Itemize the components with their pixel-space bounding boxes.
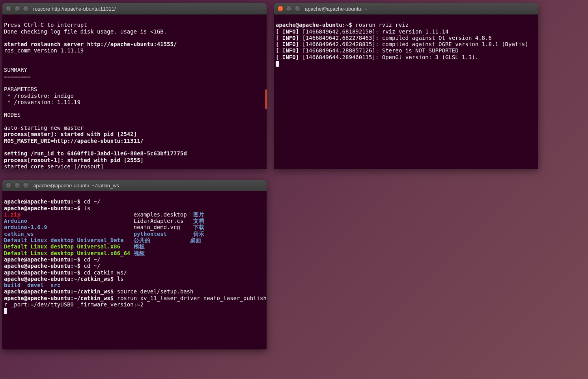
prompt: apache@apache-ubuntu:~/catkin_ws$	[4, 276, 117, 282]
command-text: rosrun rviz rviz	[355, 22, 409, 28]
output-line: ros_comm version 1.11.19	[4, 47, 84, 54]
output-line: PARAMETERS	[4, 86, 37, 92]
command-text: rosrun xv_11_laser_driver neato_laser_pu…	[117, 295, 267, 301]
prompt: apache@apache-ubuntu:~$	[4, 256, 84, 263]
window-title: apache@apache-ubuntu: ~/catkin_ws	[33, 183, 119, 189]
output-line: * /rosversion: 1.11.19	[4, 99, 80, 105]
terminal-roscore[interactable]: roscore http://apache-ubuntu:11311/ Pres…	[2, 3, 267, 169]
command-text: cd ~/	[84, 263, 100, 269]
dir: 公共的	[134, 237, 150, 243]
output-line: [1466849642.682278463]: compiled against…	[299, 35, 492, 41]
output-line: ========	[4, 73, 30, 80]
minimize-icon[interactable]	[14, 182, 21, 189]
minimize-icon[interactable]	[286, 6, 292, 12]
terminal-body[interactable]: apache@apache-ubuntu:~$ cd ~/ apache@apa…	[2, 191, 267, 321]
window-controls	[6, 182, 29, 189]
info-tag: [ INFO]	[276, 54, 299, 60]
dir: arduino-1.6.9	[4, 224, 47, 230]
prompt: apache@apache-ubuntu:~$	[4, 263, 84, 269]
maximize-icon[interactable]	[23, 6, 29, 12]
close-icon[interactable]	[6, 182, 12, 189]
prompt: apache@apache-ubuntu:~/catkin_ws$	[4, 288, 117, 295]
output-line: SUMMARY	[4, 67, 27, 73]
file: neato_demo.vcg	[134, 224, 180, 230]
window-title: apache@apache-ubuntu: ~	[305, 6, 367, 12]
terminal-body[interactable]: apache@apache-ubuntu:~$ rosrun rviz rviz…	[274, 15, 538, 74]
minimize-icon[interactable]	[14, 6, 21, 12]
command-text: source devel/setup.bash	[117, 288, 194, 295]
prompt: apache@apache-ubuntu:~$	[4, 269, 84, 276]
terminal-rviz[interactable]: apache@apache-ubuntu: ~ apache@apache-ub…	[274, 3, 538, 169]
info-tag: [ INFO]	[276, 35, 299, 41]
output-line: setting /run_id to 6460ff10-3abd-11e6-88…	[4, 150, 187, 157]
dir: 模板	[134, 243, 145, 250]
window-controls	[277, 6, 301, 12]
file: LidarAdapter.cs	[134, 218, 183, 224]
prompt: apache@apache-ubuntu:~/catkin_ws$	[4, 295, 117, 301]
output-line: process[rosout-1]: started with pid [255…	[4, 157, 144, 163]
info-tag: [ INFO]	[276, 41, 299, 47]
output-line: started core service [/rosout]	[4, 163, 104, 169]
terminal-body[interactable]: Press Ctrl-C to interrupt Done checking …	[2, 15, 267, 169]
dir: 视频	[134, 250, 145, 256]
output-line: started roslaunch server http://apache-u…	[4, 41, 177, 47]
window-controls	[6, 6, 29, 12]
exec: Default Linux desktop Universal.x86_64	[4, 250, 130, 256]
output-line: NODES	[4, 112, 21, 118]
file-archive: 1.zip	[4, 211, 21, 218]
exec: Default Linux desktop Universal.x86	[4, 243, 120, 250]
command-text: ls	[117, 276, 124, 282]
output-line: Done checking log file disk usage. Usage…	[4, 28, 167, 35]
info-tag: [ INFO]	[276, 47, 299, 54]
dir: Default Linux desktop Universal_Data	[4, 237, 123, 243]
file: examples.desktop	[134, 211, 187, 218]
close-icon[interactable]	[6, 6, 12, 12]
command-text: cd catkin_ws/	[84, 269, 127, 276]
output-line: [1466849642.681892150]: rviz version 1.1…	[299, 28, 448, 35]
output-line: [1466849644.288857126]: Stereo is NOT SU…	[299, 47, 459, 54]
window-title: roscore http://apache-ubuntu:11311/	[33, 6, 116, 12]
maximize-icon[interactable]	[295, 6, 301, 12]
dir: pythontest	[134, 231, 167, 237]
cursor-icon	[276, 61, 279, 67]
dir: build	[4, 282, 21, 288]
scrollbar[interactable]	[265, 90, 267, 109]
ls-output: 1.zip examples.desktop 图片 Arduino LidarA…	[4, 211, 204, 256]
maximize-icon[interactable]	[23, 182, 29, 189]
output-line: * /rosdistro: indigo	[4, 93, 74, 99]
titlebar[interactable]: roscore http://apache-ubuntu:11311/	[2, 3, 267, 15]
prompt: apache@apache-ubuntu:~$	[4, 198, 84, 205]
dir: catkin_ws	[4, 231, 34, 237]
prompt: apache@apache-ubuntu:~$	[4, 205, 84, 211]
dir: Arduino	[4, 218, 27, 224]
dir: 桌面	[190, 237, 201, 243]
command-text: r _port:=/dev/ttyUSB0 _firmware_version:…	[4, 301, 144, 308]
output-line: [1466849644.289460115]: OpenGl version: …	[299, 54, 478, 60]
output-line: Press Ctrl-C to interrupt	[4, 22, 87, 28]
prompt: apache@apache-ubuntu:~$	[276, 22, 355, 28]
dir: 下载	[193, 224, 204, 230]
dir: devel	[27, 282, 44, 288]
terminal-catkin[interactable]: apache@apache-ubuntu: ~/catkin_ws apache…	[2, 180, 267, 349]
info-tag: [ INFO]	[276, 28, 299, 35]
dir: src	[50, 282, 60, 288]
titlebar[interactable]: apache@apache-ubuntu: ~	[274, 3, 538, 15]
dir: 图片	[193, 211, 204, 218]
cursor-icon	[4, 308, 7, 314]
dir: 文档	[193, 218, 204, 224]
close-icon[interactable]	[277, 6, 284, 12]
output-line: ROS_MASTER_URI=http://apache-ubuntu:1131…	[4, 138, 144, 144]
command-text: ls	[84, 205, 90, 211]
titlebar[interactable]: apache@apache-ubuntu: ~/catkin_ws	[2, 180, 267, 191]
output-line: [1466849642.682428835]: compiled against…	[299, 41, 528, 47]
command-text: cd ~/	[84, 198, 100, 205]
dir: 音乐	[193, 231, 204, 237]
command-text: cd ~/	[84, 256, 100, 263]
output-line: process[master]: started with pid [2542]	[4, 131, 137, 137]
output-line: auto-starting new master	[4, 125, 84, 131]
